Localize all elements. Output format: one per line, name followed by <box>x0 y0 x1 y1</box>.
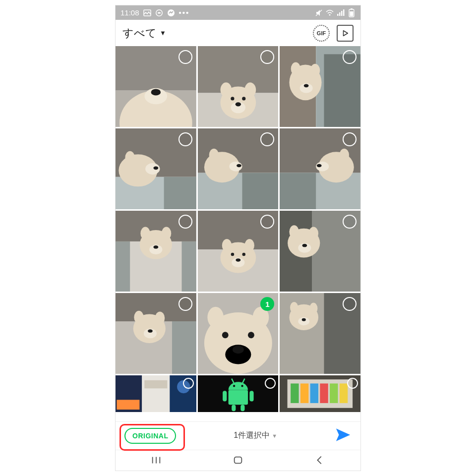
home-icon <box>233 455 243 466</box>
svg-point-49 <box>237 164 241 168</box>
messenger-tray-icon <box>167 9 175 17</box>
gallery-tray-icon <box>143 9 151 17</box>
wifi-icon <box>326 9 334 17</box>
signal-icon <box>337 9 345 17</box>
photo-tile[interactable] <box>116 128 196 209</box>
send-button[interactable] <box>335 426 352 445</box>
gif-button[interactable]: GIF <box>313 25 330 42</box>
svg-point-74 <box>231 253 234 256</box>
app-bar: すべて ▼ GIF <box>116 20 360 46</box>
svg-point-42 <box>153 167 158 170</box>
svg-point-23 <box>220 83 232 97</box>
svg-rect-128 <box>330 384 338 403</box>
status-left: 11:08 ••• <box>120 8 189 17</box>
line-tray-icon <box>155 9 163 17</box>
play-icon <box>342 30 349 37</box>
photo-tile[interactable] <box>116 293 196 374</box>
svg-rect-115 <box>249 391 253 402</box>
photo-tile[interactable] <box>198 46 279 127</box>
mute-icon <box>315 9 323 17</box>
svg-point-97 <box>222 332 228 339</box>
photo-tile[interactable] <box>116 46 196 127</box>
photo-tile[interactable] <box>280 293 360 374</box>
svg-point-120 <box>233 385 235 387</box>
svg-rect-9 <box>341 11 343 16</box>
photo-tile[interactable] <box>116 211 196 292</box>
nav-home[interactable] <box>223 455 253 466</box>
svg-rect-7 <box>337 14 339 16</box>
select-ring[interactable] <box>178 215 192 229</box>
tray-more-icon: ••• <box>179 8 190 17</box>
svg-point-105 <box>302 318 306 321</box>
svg-point-73 <box>236 259 240 262</box>
status-bar: 11:08 ••• <box>116 5 360 20</box>
svg-point-43 <box>125 151 135 164</box>
svg-rect-85 <box>172 321 196 374</box>
app-bar-actions: GIF <box>313 25 354 42</box>
photo-tile[interactable] <box>280 211 360 292</box>
svg-point-50 <box>209 149 219 162</box>
svg-point-34 <box>310 64 320 77</box>
svg-rect-109 <box>117 400 139 410</box>
svg-point-71 <box>244 239 254 252</box>
svg-rect-39 <box>164 177 196 209</box>
photo-tile[interactable] <box>198 211 279 292</box>
svg-marker-14 <box>344 31 348 36</box>
photo-tile[interactable]: 1 <box>198 293 279 374</box>
svg-point-64 <box>162 227 172 240</box>
svg-rect-114 <box>223 391 227 402</box>
svg-point-90 <box>148 330 153 333</box>
select-ring[interactable] <box>178 297 192 311</box>
photo-tile[interactable] <box>198 128 279 209</box>
photo-tile[interactable] <box>116 375 196 412</box>
svg-rect-127 <box>320 384 328 403</box>
svg-rect-125 <box>300 384 308 403</box>
recents-icon <box>151 455 162 466</box>
svg-point-87 <box>134 311 144 324</box>
svg-point-121 <box>241 385 243 387</box>
svg-point-98 <box>248 332 254 339</box>
nav-recents[interactable] <box>141 455 171 466</box>
svg-point-27 <box>231 97 234 101</box>
svg-point-82 <box>302 244 307 247</box>
svg-point-66 <box>153 245 158 249</box>
selection-count-text: 1件選択中 <box>234 430 270 441</box>
svg-point-36 <box>304 84 309 88</box>
selection-count-dropdown[interactable]: 1件選択中 ▼ <box>234 430 277 441</box>
svg-point-103 <box>309 303 317 314</box>
svg-rect-61 <box>181 241 196 292</box>
nav-back[interactable] <box>305 455 335 466</box>
svg-point-93 <box>207 307 224 328</box>
select-ring[interactable] <box>178 50 192 64</box>
svg-point-24 <box>244 83 256 97</box>
svg-point-79 <box>290 226 299 238</box>
system-nav-bar <box>116 450 360 471</box>
svg-rect-53 <box>280 173 316 209</box>
svg-point-96 <box>233 346 244 354</box>
album-selector[interactable]: すべて ▼ <box>122 26 166 41</box>
photo-tile[interactable] <box>198 375 279 412</box>
selection-badge: 1 <box>265 300 269 308</box>
photo-tile[interactable] <box>280 46 360 127</box>
svg-point-57 <box>340 149 350 162</box>
caret-down-icon: ▼ <box>272 433 277 439</box>
back-icon <box>314 455 325 466</box>
svg-point-63 <box>140 227 150 240</box>
caret-down-icon: ▼ <box>160 29 166 37</box>
original-label: ORIGINAL <box>132 432 168 440</box>
svg-rect-31 <box>324 55 360 127</box>
svg-rect-133 <box>235 457 242 464</box>
select-ring[interactable] <box>183 378 194 389</box>
select-ring[interactable] <box>178 132 192 146</box>
svg-point-33 <box>291 62 301 75</box>
slideshow-button[interactable] <box>337 25 354 42</box>
svg-point-88 <box>155 312 165 325</box>
gif-label: GIF <box>317 30 326 36</box>
send-icon <box>335 426 352 443</box>
photo-tile[interactable] <box>280 128 360 209</box>
status-time: 11:08 <box>120 8 139 17</box>
photo-tile[interactable] <box>280 375 360 412</box>
original-toggle[interactable]: ORIGINAL <box>124 428 176 444</box>
svg-rect-46 <box>242 173 278 209</box>
svg-point-19 <box>151 89 161 96</box>
